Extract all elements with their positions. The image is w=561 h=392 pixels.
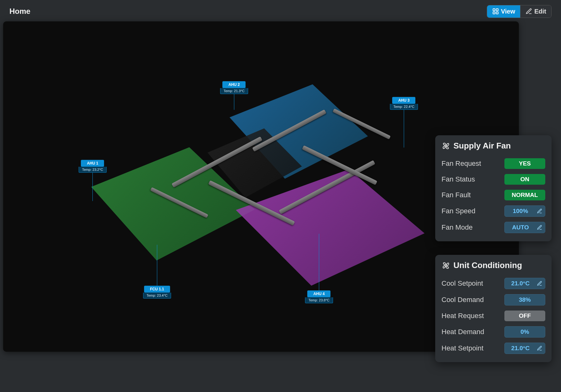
row-value-text: 21.0°C (511, 345, 530, 352)
view-edit-toggle: View Edit (487, 5, 552, 18)
row-label: Heat Request (442, 312, 484, 320)
unit-callout-ahu1[interactable]: AHU 1Temp: 23.2°C (79, 160, 107, 201)
panel-title: Unit Conditioning (453, 260, 522, 270)
pencil-icon[interactable] (537, 208, 542, 214)
panel-row: Cool Setpoint21.0°C (442, 275, 545, 292)
callout-line (157, 245, 157, 286)
panel-row: Cool Demand38% (442, 292, 545, 308)
unit-temp: Temp: 21.3°C (220, 88, 248, 94)
view-button[interactable]: View (487, 5, 520, 18)
row-label: Cool Demand (442, 296, 484, 304)
panel-row: Fan RequestYES (442, 156, 545, 171)
row-label: Heat Demand (442, 328, 484, 336)
row-label: Fan Request (442, 160, 481, 168)
row-label: Heat Setpoint (442, 344, 483, 352)
row-label: Fan Fault (442, 191, 471, 199)
panel-row: Fan ModeAUTO (442, 219, 545, 236)
view-button-label: View (501, 8, 515, 15)
pencil-icon[interactable] (537, 281, 542, 286)
page-title: Home (9, 7, 31, 16)
row-value-text: 100% (513, 208, 528, 215)
panel-row: Fan FaultNORMAL (442, 187, 545, 203)
pencil-icon (525, 8, 532, 15)
fan-icon (442, 142, 450, 150)
panel-row: Heat Demand0% (442, 324, 545, 340)
svg-rect-0 (493, 9, 495, 11)
row-value: ON (504, 174, 545, 185)
edit-button-label: Edit (534, 8, 546, 15)
row-value[interactable]: AUTO (504, 222, 545, 233)
supply-air-fan-panel: Supply Air Fan Fan RequestYESFan StatusO… (435, 135, 552, 241)
grid-icon (492, 8, 499, 15)
row-value-text: OFF (519, 312, 531, 319)
panel-row: Fan Speed100% (442, 203, 545, 219)
row-value-text: ON (520, 176, 530, 183)
row-value: NORMAL (504, 190, 545, 200)
callout-line (319, 234, 319, 290)
unit-tag[interactable]: FCU 1.1 (144, 286, 170, 293)
pencil-icon[interactable] (537, 225, 542, 230)
row-value-text: AUTO (512, 224, 529, 231)
unit-temp: Temp: 22.4°C (390, 104, 418, 110)
panel-row: Heat Setpoint21.0°C (442, 340, 545, 356)
callout-line (404, 110, 404, 148)
unit-tag[interactable]: AHU 1 (81, 160, 104, 167)
unit-temp: Temp: 23.2°C (79, 167, 107, 173)
pencil-icon[interactable] (537, 345, 542, 351)
row-value: OFF (504, 311, 545, 321)
row-value-text: NORMAL (512, 192, 538, 199)
unit-conditioning-panel: Unit Conditioning Cool Setpoint21.0°CCoo… (435, 255, 552, 362)
row-value-text: 38% (519, 296, 531, 303)
callout-line (234, 94, 234, 110)
unit-tag[interactable]: AHU 3 (392, 97, 415, 104)
svg-rect-3 (496, 12, 498, 14)
topbar: Home View Edit (0, 0, 561, 20)
row-label: Cool Setpoint (442, 279, 483, 288)
svg-rect-1 (496, 9, 498, 11)
panel-header: Supply Air Fan (442, 141, 545, 151)
unit-callout-ahu3[interactable]: AHU 3Temp: 22.4°C (390, 97, 418, 148)
unit-temp: Temp: 23.8°C (305, 297, 333, 303)
unit-callout-fcu11[interactable]: FCU 1.1Temp: 23.4°C (143, 245, 171, 299)
unit-tag[interactable]: AHU 4 (307, 290, 330, 297)
row-label: Fan Mode (442, 223, 473, 232)
row-value: 0% (504, 326, 545, 338)
row-value: 38% (504, 294, 545, 305)
callout-line (92, 173, 93, 201)
row-value-text: 21.0°C (511, 280, 530, 287)
row-value[interactable]: 21.0°C (504, 343, 545, 354)
row-value: YES (504, 158, 545, 169)
row-value[interactable]: 21.0°C (504, 278, 545, 289)
fan-icon (442, 261, 450, 270)
unit-callout-ahu4[interactable]: AHU 4Temp: 23.8°C (305, 234, 333, 303)
row-value[interactable]: 100% (504, 205, 545, 217)
row-label: Fan Speed (442, 207, 475, 215)
svg-rect-2 (493, 12, 495, 14)
panel-header: Unit Conditioning (442, 260, 545, 270)
unit-tag[interactable]: AHU 2 (222, 81, 246, 88)
edit-button[interactable]: Edit (520, 5, 551, 18)
row-value-text: 0% (520, 328, 529, 335)
unit-callout-ahu2[interactable]: AHU 2Temp: 21.3°C (220, 81, 248, 110)
row-label: Fan Status (442, 175, 475, 183)
panel-row: Fan StatusON (442, 171, 545, 187)
row-value-text: YES (519, 160, 531, 167)
unit-temp: Temp: 23.4°C (143, 293, 171, 299)
panel-title: Supply Air Fan (453, 141, 511, 151)
panel-row: Heat RequestOFF (442, 308, 545, 324)
